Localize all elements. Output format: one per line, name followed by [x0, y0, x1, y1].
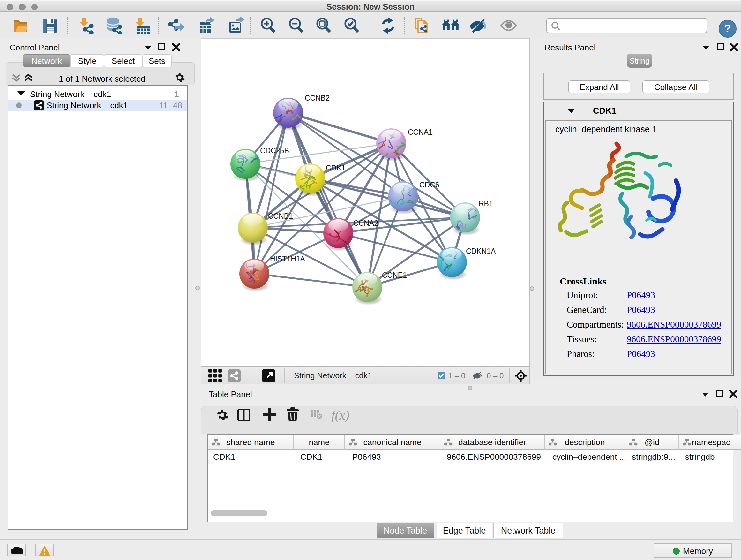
svg-text:CCNB2: CCNB2 [305, 94, 330, 102]
svg-text:CCNA2: CCNA2 [353, 219, 378, 227]
svg-text:CDKN1A: CDKN1A [466, 247, 496, 255]
svg-text:CCNB1: CCNB1 [268, 212, 293, 220]
svg-text:CDC25B: CDC25B [260, 146, 289, 155]
svg-text:CDC6: CDC6 [419, 181, 440, 189]
svg-text:CCNA1: CCNA1 [408, 128, 433, 136]
svg-text:CDK1: CDK1 [326, 164, 345, 172]
svg-text:CCNE1: CCNE1 [382, 271, 407, 279]
svg-text:HIST1H1A: HIST1H1A [270, 255, 306, 263]
svg-text:?: ? [724, 22, 731, 35]
svg-text:RB1: RB1 [479, 199, 493, 208]
